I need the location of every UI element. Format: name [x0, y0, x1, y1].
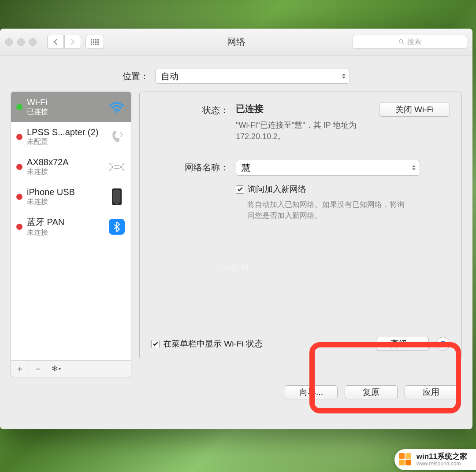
- window-titlebar: 网络 搜索: [0, 29, 472, 55]
- footer-buttons: 向导... 复原 应用: [0, 377, 472, 399]
- brand-line2: www.relsound.com: [416, 461, 467, 467]
- interface-list: Wi-Fi 已连接 LPSS S...apter (2) 未配置: [11, 92, 131, 360]
- select-arrows-icon: [342, 74, 346, 79]
- wifi-icon: [108, 98, 126, 116]
- interface-name: LPSS S...apter (2): [27, 127, 104, 137]
- watermark-brand: win11系统之家 www.relsound.com: [394, 449, 476, 470]
- interface-status: 已连接: [27, 107, 104, 117]
- location-row: 位置： 自动: [0, 55, 472, 92]
- bluetooth-icon: [108, 218, 126, 236]
- status-dot-icon: [16, 104, 22, 110]
- svg-point-7: [120, 166, 123, 168]
- search-icon: [398, 39, 405, 45]
- status-row: 状态： 已连接 "Wi-Fi"已连接至"慧"，其 IP 地址为172.20.10…: [151, 103, 450, 142]
- location-select[interactable]: 自动: [155, 69, 350, 84]
- ask-join-label: 询问加入新网络: [248, 184, 306, 195]
- advanced-button[interactable]: 高级...: [376, 337, 429, 351]
- iphone-icon: [108, 188, 126, 206]
- svg-point-6: [112, 166, 114, 168]
- minimize-button[interactable]: [17, 38, 25, 46]
- checkmark-icon: [238, 187, 243, 192]
- forward-button[interactable]: [64, 35, 81, 49]
- ethernet-icon: [108, 158, 126, 176]
- body-row: Wi-Fi 已连接 LPSS S...apter (2) 未配置: [0, 92, 472, 377]
- interface-name: 蓝牙 PAN: [27, 216, 104, 228]
- interface-item-wifi[interactable]: Wi-Fi 已连接: [11, 92, 131, 122]
- interface-status: 未连接: [27, 197, 104, 206]
- network-name-value: 慧: [242, 162, 250, 174]
- search-field[interactable]: 搜索: [353, 35, 467, 49]
- remove-interface-button[interactable]: －: [29, 361, 47, 377]
- chevron-left-icon: [53, 38, 58, 45]
- network-preferences-window: 网络 搜索 位置： 自动: [0, 29, 472, 429]
- status-dot-icon: [16, 134, 22, 140]
- window-title: 网络: [227, 36, 245, 48]
- interface-item-bluetooth[interactable]: 蓝牙 PAN 未连接: [11, 212, 131, 242]
- traffic-lights: [5, 38, 37, 46]
- interface-text: Wi-Fi 已连接: [27, 97, 104, 117]
- status-value: 已连接: [236, 103, 370, 115]
- interface-text: iPhone USB 未连接: [27, 187, 104, 206]
- show-all-button[interactable]: [86, 35, 104, 49]
- nav-buttons: [47, 35, 81, 49]
- back-button[interactable]: [47, 35, 64, 49]
- interface-name: iPhone USB: [27, 187, 104, 197]
- interface-name: Wi-Fi: [27, 97, 104, 107]
- revert-button[interactable]: 复原: [345, 385, 398, 399]
- checkmark-icon: [153, 342, 158, 346]
- desktop-background: 网络 搜索 位置： 自动: [0, 0, 476, 472]
- interface-name: AX88x72A: [27, 157, 104, 167]
- phone-icon: [108, 128, 126, 146]
- grid-icon: [91, 39, 99, 45]
- sidebar-toolbar: ＋ － ✻▾: [11, 360, 131, 377]
- toolbar-spacer: [65, 361, 131, 377]
- location-label: 位置：: [123, 70, 149, 82]
- interface-status: 未配置: [27, 137, 104, 147]
- status-label: 状态：: [151, 103, 236, 142]
- interface-text: 蓝牙 PAN 未连接: [27, 216, 104, 237]
- interface-sidebar: Wi-Fi 已连接 LPSS S...apter (2) 未配置: [11, 92, 131, 377]
- chevron-right-icon: [70, 38, 75, 45]
- brand-line1: win11系统之家: [416, 453, 467, 461]
- status-dot-icon: [16, 164, 22, 170]
- ask-join-row: 询问加入新网络: [236, 184, 450, 195]
- brand-logo-icon: [399, 453, 412, 466]
- ask-join-description: 将自动加入已知网络。如果没有已知网络，将询问您是否加入新网络。: [247, 199, 406, 221]
- interface-item-lpss[interactable]: LPSS S...apter (2) 未配置: [11, 122, 131, 152]
- zoom-button[interactable]: [29, 38, 37, 46]
- ask-join-checkbox[interactable]: [236, 185, 244, 194]
- interface-text: AX88x72A 未连接: [27, 157, 104, 177]
- interface-item-ax88[interactable]: AX88x72A 未连接: [11, 152, 131, 182]
- help-button[interactable]: ?: [436, 337, 450, 351]
- svg-point-5: [120, 136, 122, 137]
- interface-item-iphone[interactable]: iPhone USB 未连接: [11, 182, 131, 212]
- show-menu-label: 在菜单栏中显示 Wi-Fi 状态: [163, 338, 263, 350]
- select-arrows-icon: [412, 165, 416, 171]
- turn-off-wifi-button[interactable]: 关闭 Wi-Fi: [379, 103, 450, 117]
- svg-point-3: [120, 132, 122, 133]
- interface-text: LPSS S...apter (2) 未配置: [27, 127, 104, 147]
- close-button[interactable]: [5, 38, 13, 46]
- search-placeholder: 搜索: [407, 37, 421, 47]
- apply-button[interactable]: 应用: [405, 385, 457, 399]
- svg-point-0: [399, 40, 403, 43]
- interface-status: 未连接: [27, 228, 104, 237]
- bottom-row: 在菜单栏中显示 Wi-Fi 状态 高级... ?: [151, 337, 450, 351]
- network-name-row: 网络名称： 慧 询问加: [151, 160, 450, 221]
- svg-point-2: [116, 111, 118, 113]
- wizard-button[interactable]: 向导...: [285, 385, 338, 399]
- interface-status: 未连接: [27, 167, 104, 177]
- main-panel: 状态： 已连接 "Wi-Fi"已连接至"慧"，其 IP 地址为172.20.10…: [139, 92, 462, 359]
- show-menu-checkbox[interactable]: [151, 340, 160, 348]
- add-interface-button[interactable]: ＋: [11, 361, 29, 377]
- status-description: "Wi-Fi"已连接至"慧"，其 IP 地址为172.20.10.2。: [236, 119, 370, 142]
- brand-text: win11系统之家 www.relsound.com: [416, 453, 467, 467]
- svg-line-1: [402, 43, 404, 44]
- status-dot-icon: [16, 194, 22, 200]
- interface-actions-button[interactable]: ✻▾: [47, 361, 65, 377]
- status-dot-icon: [16, 224, 22, 230]
- network-name-label: 网络名称：: [151, 160, 236, 221]
- location-value: 自动: [161, 70, 178, 82]
- network-name-select[interactable]: 慧: [236, 160, 420, 176]
- svg-point-4: [122, 134, 123, 135]
